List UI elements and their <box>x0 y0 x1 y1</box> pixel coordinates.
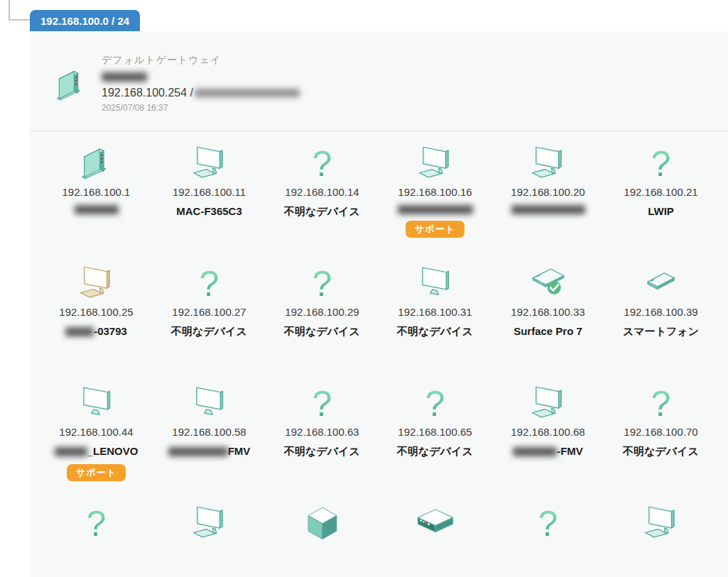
unknown-device-icon: ? <box>651 145 671 183</box>
gateway-scan-timestamp: 2025/07/08 16:37 <box>102 103 300 113</box>
device-cell[interactable] <box>153 499 266 577</box>
device-cell[interactable]: 192.168.100.39 スマートフォン <box>604 259 717 379</box>
device-cell[interactable]: 192.168.100.68 -FMV <box>491 379 604 499</box>
device-cell[interactable]: ? 192.168.100.27 不明なデバイス <box>153 259 266 379</box>
device-ip: 192.168.100.68 <box>511 426 585 439</box>
device-cell[interactable]: 192.168.100.44 _LENOVO サポート <box>40 379 153 499</box>
gateway-card[interactable]: デフォルトゲートウェイ 192.168.100.254 / 2025/07/08… <box>51 54 300 113</box>
device-icon-slot <box>75 139 118 183</box>
desktop-icon <box>188 502 231 543</box>
device-name: MAC-F365C3 <box>176 205 242 218</box>
device-cell[interactable]: ? 192.168.100.21 LWIP <box>604 139 717 259</box>
device-ip: 192.168.100.27 <box>172 306 246 319</box>
redacted-text-block <box>511 205 585 214</box>
device-cell[interactable]: ? <box>491 499 604 577</box>
redacted-text-block <box>513 447 557 456</box>
unknown-device-icon: ? <box>87 505 107 543</box>
router-tower-icon <box>75 142 118 183</box>
device-icon-slot <box>640 499 683 543</box>
device-cell[interactable]: 192.168.100.33 Surface Pro 7 <box>491 259 604 379</box>
redacted-text-block <box>75 205 119 214</box>
device-ip: 192.168.100.44 <box>59 426 133 439</box>
redacted-text-block <box>65 327 94 336</box>
device-ip: 192.168.100.21 <box>624 186 697 199</box>
device-cell[interactable] <box>266 499 379 577</box>
device-name: _LENOVO <box>55 445 138 458</box>
device-name: 不明なデバイス <box>397 445 473 458</box>
device-name: スマートフォン <box>623 325 699 338</box>
device-icon-slot <box>640 259 683 303</box>
redacted-text-block <box>398 205 473 214</box>
device-ip: 192.168.100.29 <box>285 306 359 319</box>
device-name: -FMV <box>513 445 583 458</box>
device-icon-slot: ? <box>200 259 219 303</box>
device-icon-slot <box>188 379 231 423</box>
device-cell[interactable]: 192.168.100.31 不明なデバイス <box>379 259 491 379</box>
unknown-device-icon: ? <box>425 385 445 423</box>
device-cell[interactable]: 192.168.100.58 FMV <box>153 379 266 499</box>
section-divider <box>30 131 728 131</box>
gateway-ip-line: 192.168.100.254 / <box>102 87 300 99</box>
subnet-tab[interactable]: 192.168.100.0 / 24 <box>30 10 140 31</box>
device-icon-slot <box>301 499 344 543</box>
device-cell[interactable]: ? 192.168.100.29 不明なデバイス <box>266 259 379 379</box>
device-icon-slot <box>414 499 457 543</box>
switch-icon <box>414 502 457 543</box>
smartphone-icon <box>640 262 683 303</box>
device-name <box>398 205 473 214</box>
device-ip: 192.168.100.70 <box>624 426 697 439</box>
device-cell[interactable]: 192.168.100.1 <box>40 139 153 259</box>
device-name: 不明なデバイス <box>397 325 473 338</box>
redacted-text-block <box>55 447 87 456</box>
device-name: 不明なデバイス <box>284 205 360 218</box>
cube-icon <box>301 502 344 543</box>
device-ip: 192.168.100.63 <box>285 426 359 439</box>
tv-icon <box>414 262 457 303</box>
device-ip: 192.168.100.20 <box>511 186 585 199</box>
subnet-panel: デフォルトゲートウェイ 192.168.100.254 / 2025/07/08… <box>30 31 728 577</box>
device-icon-slot <box>527 139 570 183</box>
device-name <box>511 205 585 214</box>
device-icon-slot <box>188 139 231 183</box>
gateway-info: デフォルトゲートウェイ 192.168.100.254 / 2025/07/08… <box>102 54 300 113</box>
device-ip: 192.168.100.11 <box>173 186 246 199</box>
unknown-device-icon: ? <box>538 505 558 543</box>
device-cell[interactable] <box>604 499 717 577</box>
device-icon-slot: ? <box>538 499 558 543</box>
device-icon-slot: ? <box>651 139 671 183</box>
device-icon-slot: ? <box>313 139 332 183</box>
device-icon-slot: ? <box>425 379 445 423</box>
unknown-device-icon: ? <box>651 385 671 423</box>
device-cell[interactable]: 192.168.100.16 サポート <box>379 139 491 259</box>
gateway-label: デフォルトゲートウェイ <box>102 54 300 67</box>
device-name: LWIP <box>648 205 674 218</box>
device-cell[interactable]: ? 192.168.100.63 不明なデバイス <box>266 379 379 499</box>
gateway-ip: 192.168.100.254 / <box>102 87 193 99</box>
device-cell[interactable]: 192.168.100.20 <box>491 139 604 259</box>
device-ip: 192.168.100.65 <box>398 426 472 439</box>
device-icon-slot <box>527 259 570 303</box>
device-cell[interactable]: ? 192.168.100.65 不明なデバイス <box>379 379 491 499</box>
device-cell[interactable]: 192.168.100.25 -03793 <box>40 259 153 379</box>
device-icon-slot: ? <box>313 259 332 303</box>
device-icon-slot <box>75 259 118 303</box>
device-ip: 192.168.100.33 <box>511 306 585 319</box>
device-cell[interactable]: 192.168.100.11 MAC-F365C3 <box>153 139 266 259</box>
redacted-text-block <box>168 447 228 456</box>
desktop-gold-icon <box>75 262 118 303</box>
gateway-name-redacted <box>102 72 300 82</box>
device-name: 不明なデバイス <box>171 325 247 338</box>
device-ip: 192.168.100.16 <box>398 186 472 199</box>
device-name <box>75 205 119 214</box>
device-ip: 192.168.100.1 <box>63 186 131 199</box>
device-cell[interactable]: ? 192.168.100.70 不明なデバイス <box>604 379 717 499</box>
desktop-icon <box>188 142 231 183</box>
device-name: Surface Pro 7 <box>514 325 582 338</box>
unknown-device-icon: ? <box>313 385 332 423</box>
device-cell[interactable] <box>379 499 491 577</box>
device-ip: 192.168.100.39 <box>624 306 697 319</box>
device-cell[interactable]: ? 192.168.100.14 不明なデバイス <box>266 139 379 259</box>
desktop-icon <box>527 142 570 183</box>
device-cell[interactable]: ? <box>40 499 153 577</box>
device-name: 不明なデバイス <box>623 445 699 458</box>
